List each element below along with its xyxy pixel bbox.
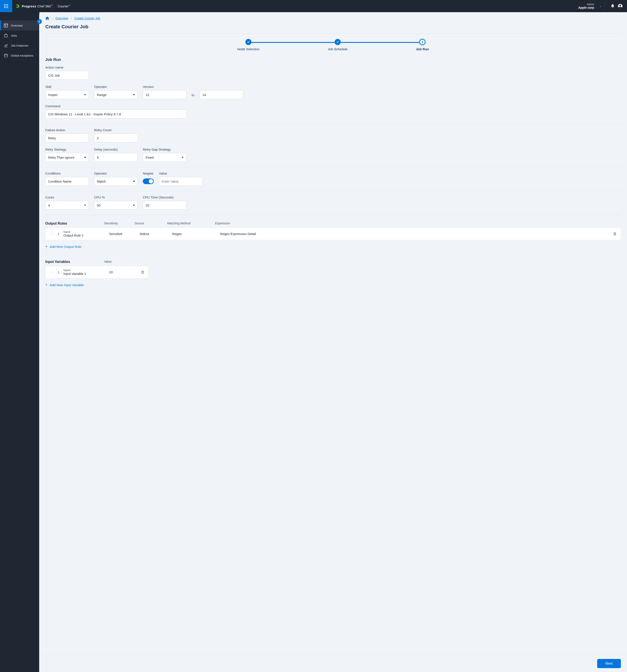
cpu-time-input[interactable] — [143, 201, 186, 210]
output-rule-row: ⋮⋮ 1 Name Output Rule 1 Sensitive Stdout… — [45, 227, 621, 240]
retry-count-input[interactable] — [94, 134, 138, 142]
version-to-label: to — [191, 93, 194, 99]
sidebar-item-label: Job Instances — [11, 44, 28, 47]
step-job-schedule[interactable]: Job Schedule — [328, 39, 347, 51]
retry-strategy-select[interactable]: Retry Then Ignore — [45, 153, 89, 162]
chevron-right-icon: › — [52, 17, 53, 20]
row-index: 1 — [58, 232, 60, 236]
cond-operator-select[interactable]: Match — [94, 177, 138, 186]
app-grid-icon — [4, 4, 8, 8]
negate-label: Negate — [143, 171, 154, 175]
step-label: Job Run — [416, 47, 429, 51]
failure-action-label: Failure Action — [45, 128, 89, 132]
calendar-icon — [4, 53, 8, 57]
operator-label: Operator — [94, 85, 138, 89]
conditions-label: Conditions — [45, 171, 89, 175]
footer-bar: Next — [40, 655, 627, 672]
next-button[interactable]: Next — [597, 659, 621, 668]
brand-progress-text: Progress Chef 360™ — [22, 4, 53, 8]
trash-icon — [613, 232, 617, 236]
divider — [45, 33, 621, 34]
cond-operator-label: Operator — [94, 171, 138, 175]
stepper: Node Selection Job Schedule 3 Job Run — [224, 39, 442, 51]
section-title: Job Run — [45, 57, 621, 62]
sidebar: Overview Jobs Job Instances Global excep… — [0, 12, 40, 672]
breadcrumb-overview-link[interactable]: Overview — [55, 17, 68, 20]
sidebar-item-global-exceptions[interactable]: Global exceptions — [0, 50, 40, 61]
col-value: Value — [104, 260, 137, 264]
delete-output-rule-button[interactable] — [613, 232, 617, 236]
sidebar-item-jobs[interactable]: Jobs — [0, 30, 40, 41]
retry-strategy-label: Retry Startegy — [45, 147, 89, 151]
step-label: Node Selection — [237, 47, 259, 51]
tenant-role: Admin — [578, 3, 594, 6]
cores-select[interactable]: 4 — [45, 201, 89, 210]
sidebar-item-label: Global exceptions — [11, 54, 33, 57]
cpu-pct-select[interactable]: 50 — [94, 201, 138, 210]
notifications-button[interactable] — [608, 4, 618, 8]
page-title: Create Courier Job — [45, 24, 621, 30]
app-launcher-button[interactable] — [0, 0, 12, 12]
skill-label: Skill — [45, 85, 89, 89]
row-name-label: Name — [63, 231, 109, 234]
drag-handle-icon[interactable]: ⋮⋮ — [49, 270, 55, 274]
top-bar: Progress Chef 360™ Courier™ Admin Apple … — [0, 0, 627, 12]
retry-count-label: Retry Count — [94, 128, 138, 132]
account-button[interactable] — [618, 4, 627, 8]
step-job-run[interactable]: 3 Job Run — [416, 39, 429, 51]
delay-label: Delay (seconds) — [94, 147, 138, 151]
cpu-time-label: CPU Time (Seconds) — [143, 195, 186, 199]
input-vars-header: Input Variables Value — [45, 260, 621, 266]
add-output-rule-label: Add New Output Rule — [50, 245, 82, 248]
skill-select[interactable]: Inspec — [45, 90, 89, 99]
row-name: Input Variable 1 — [63, 272, 109, 275]
negate-toggle[interactable] — [143, 178, 154, 184]
breadcrumb-create-link[interactable]: Create Courier Job — [74, 17, 100, 20]
col-matching: Matching Method — [167, 221, 215, 226]
sidebar-item-job-instances[interactable]: Job Instances — [0, 41, 40, 50]
drag-handle-icon[interactable]: ⋮⋮ — [49, 232, 55, 236]
add-input-variable-button[interactable]: + Add New Input Variable — [45, 283, 621, 287]
version-to-input[interactable] — [200, 90, 243, 99]
command-input[interactable] — [45, 110, 187, 118]
home-icon[interactable] — [45, 17, 49, 20]
row-sensitivity: Sensitive — [109, 232, 140, 236]
failure-action-input[interactable] — [45, 134, 89, 142]
col-expression: Expression — [215, 221, 621, 226]
conditions-input[interactable] — [45, 177, 89, 186]
dashboard-icon — [4, 24, 8, 27]
row-matching: Regex — [172, 232, 220, 236]
step-number: 3 — [419, 39, 425, 45]
col-source: Source — [135, 221, 167, 226]
step-check-icon — [334, 39, 341, 45]
delay-input[interactable] — [94, 153, 138, 162]
retry-gap-select[interactable]: Fixed — [143, 153, 186, 162]
progress-logo-icon — [16, 4, 21, 8]
action-name-label: Action name — [45, 66, 89, 69]
retry-gap-label: Retry Gap Strategy — [143, 147, 186, 151]
add-output-rule-button[interactable]: + Add New Output Rule — [45, 244, 621, 249]
value-label: Value — [159, 171, 203, 175]
tenant-selector[interactable]: Admin Apple corp ⌄ — [578, 3, 602, 9]
delete-input-var-button[interactable] — [141, 270, 144, 274]
row-expression: Regex Expression Detail — [220, 232, 613, 236]
plus-icon: + — [45, 283, 48, 287]
svg-rect-2 — [4, 24, 8, 27]
chart-icon — [4, 44, 8, 47]
step-check-icon — [246, 39, 252, 45]
sidebar-item-overview[interactable]: Overview — [0, 21, 40, 30]
step-node-selection[interactable]: Node Selection — [237, 39, 259, 51]
brand-chef360: Progress Chef 360™ — [12, 4, 53, 8]
sidebar-collapse-button[interactable] — [37, 19, 42, 24]
version-from-input[interactable] — [143, 90, 186, 99]
plus-icon: + — [45, 244, 48, 249]
svg-rect-5 — [4, 34, 7, 37]
trash-icon — [141, 270, 144, 274]
version-label: Version — [143, 85, 186, 89]
action-name-input[interactable] — [45, 71, 89, 80]
main-content: › Overview › Create Courier Job Create C… — [39, 12, 627, 672]
sidebar-item-label: Jobs — [11, 34, 17, 37]
value-input[interactable] — [159, 177, 203, 186]
row-name-label: Name — [63, 269, 109, 272]
operator-select[interactable]: Range — [94, 90, 138, 99]
